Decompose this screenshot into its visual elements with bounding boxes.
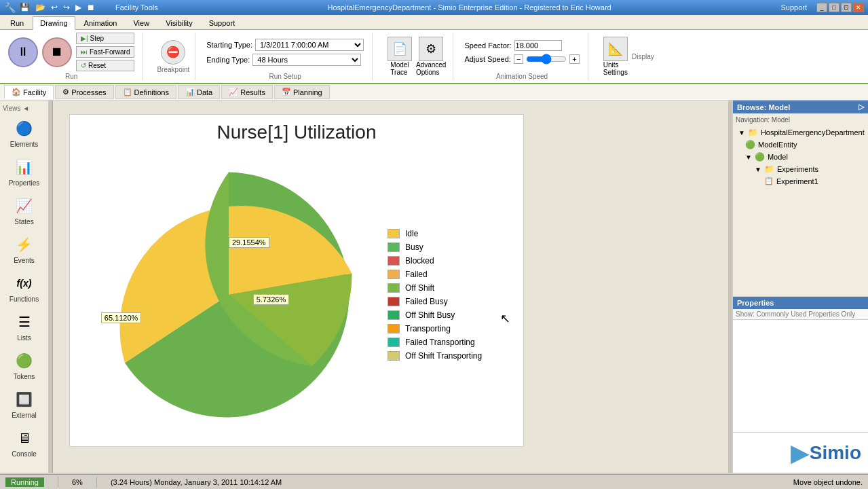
minus-btn[interactable]: − bbox=[514, 54, 523, 64]
results-label: Results bbox=[240, 88, 265, 96]
chart-title: Nurse[1] Utilization bbox=[217, 122, 377, 143]
experiments-expand-arrow: ▼ bbox=[755, 166, 761, 173]
starting-type-select[interactable]: 1/3/2011 7:00:00 AM bbox=[255, 39, 364, 51]
tab-data[interactable]: 📊 Data bbox=[178, 85, 220, 99]
hospital-label: HospitalEmergencyDepartment bbox=[761, 128, 865, 137]
model-icon: 🟢 bbox=[755, 152, 765, 162]
pause-button[interactable]: ⏸ bbox=[8, 37, 38, 67]
ribbon-tabs: Run Drawing Animation View Visibility Su… bbox=[0, 15, 868, 30]
speed-factor-row: Speed Factor: bbox=[464, 40, 579, 51]
legend-label-off-shift-transporting: Off Shift Transporting bbox=[405, 351, 482, 361]
tab-facility[interactable]: 🏠 Facility bbox=[4, 85, 54, 99]
sidebar-item-properties[interactable]: 📊 Properties bbox=[0, 152, 48, 191]
step-button[interactable]: ▶| Step bbox=[76, 33, 134, 44]
experiment1-icon: 📋 bbox=[764, 177, 774, 185]
quick-run-btn[interactable]: ▶ bbox=[74, 3, 83, 12]
stop-button[interactable]: ⏹ bbox=[42, 37, 72, 67]
ending-type-label: Ending Type: bbox=[206, 56, 250, 64]
right-panel: Browse: Model ▷ Navigation: Model ▼ 📁 Ho… bbox=[732, 101, 868, 473]
run-group: ⏸ ⏹ ▶| Step ⏭ Fast-Forward ↺ Reset bbox=[5, 33, 143, 80]
sidebar-item-tokens[interactable]: 🟢 Tokens bbox=[0, 346, 48, 384]
ribbon-tab-support[interactable]: Support bbox=[202, 16, 243, 29]
legend-label-failed-busy: Failed Busy bbox=[405, 297, 448, 306]
browse-content: Navigation: Model ▼ 📁 HospitalEmergencyD… bbox=[733, 113, 868, 296]
plus-btn[interactable]: + bbox=[569, 54, 579, 64]
center-content: Nurse[1] Utilization bbox=[49, 101, 732, 473]
close-btn[interactable]: ✕ bbox=[853, 3, 864, 12]
simio-logo: ▶ Simio bbox=[733, 432, 868, 473]
ribbon-tab-view[interactable]: View bbox=[126, 16, 157, 29]
label-orange: 29.1554% bbox=[229, 238, 269, 247]
adjust-speed-row: Adjust Speed: − + bbox=[464, 54, 579, 65]
speed-factor-input[interactable] bbox=[514, 40, 562, 51]
legend-failed-transporting: Failed Transporting bbox=[388, 338, 516, 347]
tab-processes[interactable]: ⚙ Processes bbox=[55, 85, 113, 99]
sidebar-item-lists[interactable]: ☰ Lists bbox=[0, 307, 48, 346]
animation-speed-label: Animation Speed bbox=[496, 71, 548, 80]
elements-icon: 🔵 bbox=[14, 117, 35, 139]
restore-btn[interactable]: □ bbox=[829, 3, 839, 12]
ending-type-row: Ending Type: 48 Hours bbox=[206, 54, 364, 66]
tab-planning[interactable]: 📅 Planning bbox=[274, 85, 330, 99]
advanced-options-button[interactable]: ⚙ AdvancedOptions bbox=[416, 37, 446, 76]
tree-item-model-entity[interactable]: 🟢 ModelEntity bbox=[736, 139, 865, 151]
tree-item-model[interactable]: ▼ 🟢 Model bbox=[736, 151, 865, 163]
quick-undo-btn[interactable]: ↩ bbox=[50, 3, 59, 12]
quick-redo-btn[interactable]: ↪ bbox=[62, 3, 71, 12]
properties-filter-input[interactable] bbox=[733, 309, 868, 320]
status-percentage: 6% bbox=[72, 478, 83, 486]
legend-color-transporting bbox=[388, 324, 400, 333]
tab-results[interactable]: 📈 Results bbox=[221, 85, 273, 99]
divider-right bbox=[728, 101, 732, 473]
legend-failed: Failed bbox=[388, 270, 516, 279]
tree-item-hospital[interactable]: ▼ 📁 HospitalEmergencyDepartment bbox=[736, 126, 865, 139]
simio-arrow-icon: ▶ bbox=[791, 439, 810, 467]
model-trace-button[interactable]: 📄 ModelTrace bbox=[388, 37, 412, 76]
ribbon-tab-visibility[interactable]: Visibility bbox=[158, 16, 200, 29]
fast-forward-button[interactable]: ⏭ Fast-Forward bbox=[76, 46, 134, 58]
sidebar-item-console[interactable]: 🖥 Console bbox=[0, 423, 48, 462]
simio-brand-text: Simio bbox=[810, 442, 861, 464]
legend-label-off-shift: Off Shift bbox=[405, 283, 434, 293]
sidebar-item-functions[interactable]: f(x) Functions bbox=[0, 268, 48, 307]
time-settings-group: Starting Type: 1/3/2011 7:00:00 AM Endin… bbox=[204, 33, 373, 80]
speed-slider[interactable] bbox=[526, 54, 567, 65]
expand-icon[interactable]: ▷ bbox=[858, 103, 864, 111]
ending-type-select[interactable]: 48 Hours bbox=[252, 54, 361, 66]
collapse-arrow: ▼ bbox=[738, 129, 745, 137]
sidebar-item-states[interactable]: 📈 States bbox=[0, 191, 48, 230]
properties-icon: 📊 bbox=[14, 156, 35, 178]
tab-definitions[interactable]: 📋 Definitions bbox=[115, 85, 176, 99]
pie-chart bbox=[100, 166, 358, 424]
reset-button[interactable]: ↺ Reset bbox=[76, 60, 134, 71]
legend-label-idle: Idle bbox=[405, 229, 418, 238]
quick-save-btn[interactable]: 💾 bbox=[18, 3, 31, 12]
run-controls: ⏸ ⏹ ▶| Step ⏭ Fast-Forward ↺ Reset bbox=[8, 33, 134, 71]
legend-idle: Idle bbox=[388, 229, 516, 238]
sidebar-item-elements[interactable]: 🔵 Elements bbox=[0, 113, 48, 152]
sidebar-collapse-btn[interactable]: Views ◄ bbox=[0, 103, 32, 113]
chart-body: 29.1554% 5.7326% 65.1120% Idle bbox=[77, 150, 516, 439]
legend-label-failed: Failed bbox=[405, 270, 428, 279]
experiments-folder-icon: 📁 bbox=[764, 164, 774, 174]
facility-tools-label: Facility Tools bbox=[115, 3, 158, 12]
ribbon-tab-animation[interactable]: Animation bbox=[77, 16, 125, 29]
legend-color-blocked bbox=[388, 256, 400, 266]
label-green: 65.1120% bbox=[101, 313, 142, 323]
sidebar-item-events[interactable]: ⚡ Events bbox=[0, 230, 48, 268]
console-label: Console bbox=[12, 450, 37, 458]
quick-stop-btn[interactable]: ⏹ bbox=[86, 3, 96, 12]
ribbon-bar: ⏸ ⏹ ▶| Step ⏭ Fast-Forward ↺ Reset bbox=[0, 30, 868, 84]
label-olive: 5.7326% bbox=[253, 295, 289, 304]
quick-open-btn[interactable]: 📂 bbox=[34, 3, 47, 12]
legend-label-failed-transporting: Failed Transporting bbox=[405, 338, 475, 347]
tree-item-experiments[interactable]: ▼ 📁 Experiments bbox=[736, 163, 865, 175]
ribbon-tab-drawing[interactable]: Drawing bbox=[33, 16, 75, 30]
run-group-label: Run bbox=[65, 71, 77, 80]
ribbon-tab-run[interactable]: Run bbox=[3, 16, 31, 29]
maximize-btn[interactable]: ⊡ bbox=[841, 3, 852, 12]
sidebar-item-external[interactable]: 🔲 External bbox=[0, 384, 48, 423]
units-settings-button[interactable]: 📐 UnitsSettings bbox=[603, 37, 628, 76]
minimize-btn[interactable]: _ bbox=[816, 3, 827, 12]
tree-item-experiment1[interactable]: 📋 Experiment1 bbox=[736, 175, 865, 187]
